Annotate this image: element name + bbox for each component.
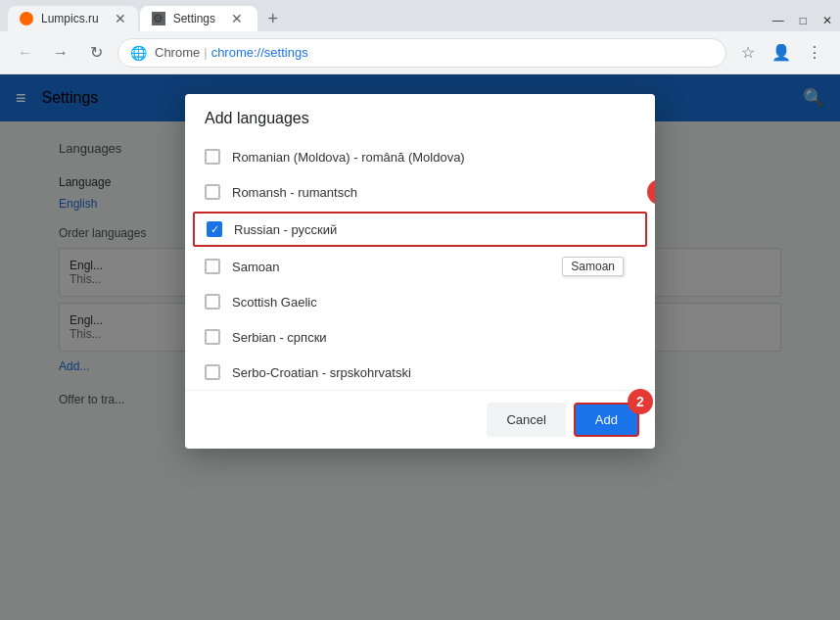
- tab-lumpics-close[interactable]: ✕: [115, 11, 126, 26]
- tab-settings[interactable]: ⚙ Settings ✕: [140, 6, 257, 31]
- content-area: ≡ Settings 🔍 Languages Language English …: [0, 74, 840, 620]
- address-text: Chrome | chrome://settings: [155, 45, 308, 60]
- browser-window: Lumpics.ru ✕ ⚙ Settings ✕ + — □ ✕ ← → ↻ …: [0, 0, 840, 620]
- checkbox-romanian-moldova[interactable]: [205, 149, 220, 165]
- badge-1: 1: [647, 179, 655, 205]
- lang-item-serbo-croatian[interactable]: Serbo-Croatian - srpskohrvatski: [185, 355, 655, 390]
- new-tab-button[interactable]: +: [259, 6, 287, 31]
- maximize-button[interactable]: □: [800, 14, 807, 27]
- lang-item-romanian-moldova[interactable]: Romanian (Moldova) - română (Moldova): [185, 139, 655, 174]
- lang-item-samoan[interactable]: Samoan Samoan: [185, 249, 655, 284]
- lang-item-serbian[interactable]: Serbian - српски: [185, 319, 655, 355]
- lang-label-serbian: Serbian - српски: [232, 330, 327, 345]
- lang-item-romansh[interactable]: Romansh - rumantsch 1: [185, 174, 655, 210]
- site-info-icon: 🌐: [130, 45, 147, 61]
- modal-body[interactable]: Romanian (Moldova) - română (Moldova) Ro…: [185, 139, 655, 390]
- back-button[interactable]: ←: [12, 39, 39, 67]
- lang-item-scottish-gaelic[interactable]: Scottish Gaelic: [185, 284, 655, 319]
- lang-label-scottish-gaelic: Scottish Gaelic: [232, 295, 317, 310]
- forward-button[interactable]: →: [47, 39, 74, 67]
- modal-overlay: Add languages Romanian (Moldova) - român…: [0, 74, 840, 620]
- window-controls: — □ ✕: [772, 14, 832, 31]
- tab-settings-label: Settings: [173, 12, 215, 25]
- add-button-wrapper: Add 2: [574, 403, 639, 437]
- checkbox-russian[interactable]: ✓: [207, 221, 222, 237]
- lang-item-russian[interactable]: ✓ Russian - русский: [193, 212, 647, 247]
- close-button[interactable]: ✕: [822, 14, 832, 27]
- badge-2: 2: [628, 389, 653, 414]
- lang-label-serbo-croatian: Serbo-Croatian - srpskohrvatski: [232, 365, 411, 380]
- checkmark-russian: ✓: [210, 223, 219, 236]
- checkbox-samoan[interactable]: [205, 259, 220, 274]
- reload-button[interactable]: ↻: [82, 39, 110, 67]
- tab-settings-close[interactable]: ✕: [231, 11, 243, 26]
- modal-title: Add languages: [185, 94, 655, 139]
- samoan-tooltip: Samoan: [562, 257, 624, 276]
- address-separator: |: [204, 45, 207, 60]
- lang-label-russian: Russian - русский: [234, 222, 337, 237]
- address-bar[interactable]: 🌐 Chrome | chrome://settings: [117, 38, 726, 68]
- settings-favicon: ⚙: [152, 12, 165, 25]
- profile-icon[interactable]: 👤: [768, 39, 795, 67]
- modal-footer: Cancel Add 2: [185, 390, 655, 449]
- tab-lumpics[interactable]: Lumpics.ru ✕: [8, 6, 138, 31]
- checkbox-scottish-gaelic[interactable]: [205, 294, 220, 310]
- checkbox-romansh[interactable]: [205, 184, 220, 200]
- address-site: Chrome: [155, 45, 200, 60]
- browser-toolbar: ← → ↻ 🌐 Chrome | chrome://settings ☆ 👤 ⋮: [0, 31, 840, 74]
- tab-lumpics-label: Lumpics.ru: [41, 12, 99, 25]
- lang-label-samoan: Samoan: [232, 260, 279, 274]
- lumpics-favicon: [20, 12, 33, 25]
- bookmark-icon[interactable]: ☆: [734, 39, 762, 67]
- checkbox-serbo-croatian[interactable]: [205, 364, 220, 380]
- cancel-button[interactable]: Cancel: [487, 403, 565, 437]
- toolbar-right: ☆ 👤 ⋮: [734, 39, 828, 67]
- menu-icon[interactable]: ⋮: [801, 39, 828, 67]
- minimize-button[interactable]: —: [772, 14, 784, 27]
- address-url: chrome://settings: [211, 45, 308, 60]
- lang-label-romanian-moldova: Romanian (Moldova) - română (Moldova): [232, 150, 465, 165]
- title-bar: Lumpics.ru ✕ ⚙ Settings ✕ + — □ ✕: [0, 0, 840, 31]
- checkbox-serbian[interactable]: [205, 329, 220, 345]
- add-languages-modal: Add languages Romanian (Moldova) - român…: [185, 94, 655, 449]
- lang-label-romansh: Romansh - rumantsch: [232, 185, 357, 200]
